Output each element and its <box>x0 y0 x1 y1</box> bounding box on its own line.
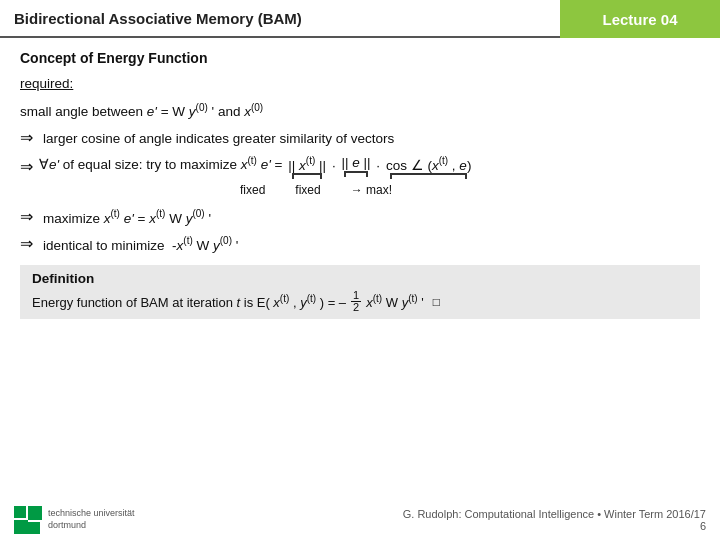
arrow-max: → max! <box>351 183 392 197</box>
footer-logo: technische universität dortmund <box>14 506 135 534</box>
arrow4: ⇒ <box>20 234 33 253</box>
svg-rect-1 <box>28 506 42 520</box>
required-label: required: <box>20 76 700 91</box>
svg-rect-3 <box>28 522 40 534</box>
norm-e-group: || e || <box>341 155 370 177</box>
brace2 <box>344 171 367 177</box>
identical-line: ⇒ identical to minimize -x(t) W y(0) ' <box>20 234 700 253</box>
cos-group: cos ∠ (x(t) , e) <box>386 155 472 180</box>
header-lecture: Lecture 04 <box>560 0 720 38</box>
header-title: Bidirectional Associative Memory (BAM) <box>0 0 560 38</box>
line1-text: larger cosine of angle indicates greater… <box>43 131 394 146</box>
main-content: Concept of Energy Function required: sma… <box>0 38 720 331</box>
tu-logo-icon <box>14 506 42 534</box>
identical-text: identical to minimize -x(t) W y(0) ' <box>43 235 238 253</box>
header: Bidirectional Associative Memory (BAM) L… <box>0 0 720 38</box>
footer-credit: G. Rudolph: Computational Intelligence •… <box>403 508 706 520</box>
arrow1: ⇒ <box>20 128 33 147</box>
arrow2: ⇒ <box>20 157 33 176</box>
svg-rect-2 <box>14 520 28 534</box>
section-title: Concept of Energy Function <box>20 50 700 66</box>
brace3 <box>390 173 467 179</box>
maximize-line: ⇒ maximize x(t) e' = x(t) W y(0) ' <box>20 207 700 226</box>
logo-text: technische universität dortmund <box>48 508 135 531</box>
small-angle-text: small angle between e' = W y(0) ' and x(… <box>20 104 263 119</box>
fraction: 1 2 <box>351 290 361 313</box>
footer: G. Rudolph: Computational Intelligence •… <box>403 508 706 532</box>
arrow3: ⇒ <box>20 207 33 226</box>
maximize-text: maximize x(t) e' = x(t) W y(0) ' <box>43 208 211 226</box>
svg-rect-0 <box>14 506 26 518</box>
line1: ⇒ larger cosine of angle indicates great… <box>20 128 700 147</box>
small-angle-line: small angle between e' = W y(0) ' and x(… <box>20 99 700 122</box>
brace1 <box>292 173 322 179</box>
qed-square: □ <box>433 295 440 309</box>
norm-x-group: || x(t) || <box>288 155 326 180</box>
title-text: Bidirectional Associative Memory (BAM) <box>14 10 302 27</box>
lecture-text: Lecture 04 <box>602 11 677 28</box>
fixed2: fixed <box>295 183 320 197</box>
definition-box: Definition Energy function of BAM at ite… <box>20 265 700 319</box>
forall-line: ∀e' of equal size: try to maximize x(t) … <box>39 155 473 180</box>
fixed-row: fixed fixed → max! <box>240 183 700 197</box>
footer-page: 6 <box>403 520 706 532</box>
energy-line: Energy function of BAM at iteration t is… <box>32 290 688 313</box>
fixed1: fixed <box>240 183 265 197</box>
definition-title: Definition <box>32 271 688 286</box>
